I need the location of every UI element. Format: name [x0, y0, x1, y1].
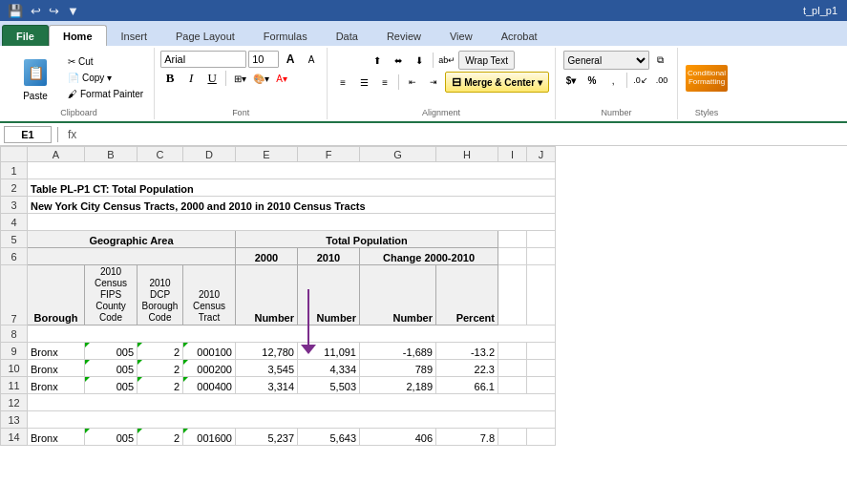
col-header-c[interactable]: C: [138, 147, 183, 162]
cell-j6[interactable]: [527, 248, 556, 265]
cell-b10[interactable]: 005: [85, 360, 138, 377]
cell-j5[interactable]: [527, 231, 556, 248]
tab-home[interactable]: Home: [49, 25, 107, 46]
align-center-button[interactable]: ☰: [354, 74, 373, 91]
cell-f14[interactable]: 5,643: [298, 429, 360, 446]
cell-a13[interactable]: [28, 411, 556, 429]
cell-a9[interactable]: Bronx: [28, 343, 85, 360]
italic-button[interactable]: I: [181, 70, 201, 87]
cell-c11[interactable]: 2: [138, 377, 183, 394]
align-left-button[interactable]: ≡: [333, 74, 352, 91]
cell-j9[interactable]: [527, 343, 556, 360]
cell-reference-input[interactable]: [4, 126, 52, 143]
border-button[interactable]: ⊞▾: [230, 70, 249, 87]
cell-b7[interactable]: 2010CensusFIPSCountyCode: [85, 265, 138, 326]
format-painter-button[interactable]: 🖌Format Painter: [63, 87, 148, 101]
cell-h9[interactable]: -13.2: [436, 343, 498, 360]
cell-a2[interactable]: Table PL-P1 CT: Total Population: [28, 179, 556, 197]
bold-button[interactable]: B: [160, 70, 180, 87]
tab-data[interactable]: Data: [322, 25, 372, 46]
cell-d11[interactable]: 000400: [183, 377, 236, 394]
col-header-e[interactable]: E: [236, 147, 298, 162]
cell-j11[interactable]: [527, 377, 556, 394]
cell-h11[interactable]: 66.1: [436, 377, 498, 394]
cell-a3[interactable]: New York City Census Tracts, 2000 and 20…: [28, 197, 556, 214]
cell-h14[interactable]: 7.8: [436, 429, 498, 446]
cell-i11[interactable]: [498, 377, 527, 394]
cell-geo-area[interactable]: Geographic Area: [28, 231, 236, 248]
cell-c14[interactable]: 2: [138, 429, 183, 446]
cell-total-pop[interactable]: Total Population: [236, 231, 498, 248]
merge-center-button[interactable]: ⊟ Merge & Center ▾: [445, 72, 549, 93]
cell-d14[interactable]: 001600: [183, 429, 236, 446]
increase-decimal-button[interactable]: .00: [652, 72, 671, 89]
tab-file[interactable]: File: [2, 25, 49, 46]
font-name-input[interactable]: [160, 51, 246, 68]
font-size-increase-button[interactable]: A: [281, 51, 300, 68]
cell-g11[interactable]: 2,189: [360, 377, 436, 394]
text-direction-button[interactable]: ab↵: [437, 52, 456, 69]
tab-review[interactable]: Review: [372, 25, 435, 46]
cell-c10[interactable]: 2: [138, 360, 183, 377]
cell-h7[interactable]: Percent: [436, 265, 498, 326]
percent-button[interactable]: %: [582, 72, 602, 89]
cell-e9[interactable]: 12,780: [236, 343, 298, 360]
col-header-i[interactable]: I: [498, 147, 527, 162]
underline-button[interactable]: U: [202, 70, 222, 87]
increase-indent-button[interactable]: ⇥: [424, 74, 443, 91]
conditional-formatting-button[interactable]: ConditionalFormatting: [686, 65, 728, 92]
align-top-button[interactable]: ⬆: [368, 52, 387, 69]
decrease-decimal-button[interactable]: .0↙: [631, 72, 650, 89]
formula-input[interactable]: [84, 126, 843, 143]
copy-button[interactable]: 📄Copy ▾: [63, 71, 148, 85]
cell-d10[interactable]: 000200: [183, 360, 236, 377]
undo-qat-button[interactable]: ↩: [29, 4, 43, 18]
cell-a14[interactable]: Bronx: [28, 429, 85, 446]
col-header-h[interactable]: H: [436, 147, 498, 162]
cell-d7[interactable]: 2010CensusTract: [183, 265, 236, 326]
col-header-f[interactable]: F: [298, 147, 360, 162]
col-header-a[interactable]: A: [28, 147, 85, 162]
wrap-text-button[interactable]: Wrap Text: [458, 51, 515, 70]
cell-j10[interactable]: [527, 360, 556, 377]
cell-c7[interactable]: 2010DCPBoroughCode: [138, 265, 183, 326]
cell-i9[interactable]: [498, 343, 527, 360]
tab-formulas[interactable]: Formulas: [249, 25, 322, 46]
align-right-button[interactable]: ≡: [375, 74, 394, 91]
align-bottom-button[interactable]: ⬇: [410, 52, 429, 69]
cell-a10[interactable]: Bronx: [28, 360, 85, 377]
cell-b14[interactable]: 005: [85, 429, 138, 446]
col-header-j[interactable]: J: [527, 147, 556, 162]
cell-a1[interactable]: [28, 162, 556, 179]
cell-e10[interactable]: 3,545: [236, 360, 298, 377]
col-header-b[interactable]: B: [85, 147, 138, 162]
cell-a12[interactable]: [28, 394, 556, 411]
cell-h10[interactable]: 22.3: [436, 360, 498, 377]
cell-d9[interactable]: 000100: [183, 343, 236, 360]
cell-f6[interactable]: 2010: [298, 248, 360, 265]
dropdown-qat-button[interactable]: ▼: [65, 4, 81, 18]
col-header-g[interactable]: G: [360, 147, 436, 162]
cell-f10[interactable]: 4,334: [298, 360, 360, 377]
decrease-indent-button[interactable]: ⇤: [403, 74, 422, 91]
cell-b9[interactable]: 005: [85, 343, 138, 360]
cell-j14[interactable]: [527, 429, 556, 446]
currency-button[interactable]: $▾: [561, 72, 581, 89]
cell-i10[interactable]: [498, 360, 527, 377]
cell-e14[interactable]: 5,237: [236, 429, 298, 446]
cell-a8[interactable]: [28, 326, 556, 343]
tab-acrobat[interactable]: Acrobat: [487, 25, 552, 46]
cell-e7[interactable]: Number: [236, 265, 298, 326]
col-header-d[interactable]: D: [183, 147, 236, 162]
cell-g9[interactable]: -1,689: [360, 343, 436, 360]
font-color-button[interactable]: A▾: [272, 70, 291, 87]
cell-i5[interactable]: [498, 231, 527, 248]
spreadsheet-wrapper[interactable]: A B C D E F G H I J 1: [0, 146, 847, 446]
fill-color-button[interactable]: 🎨▾: [251, 70, 270, 87]
cell-i14[interactable]: [498, 429, 527, 446]
cell-a4[interactable]: [28, 214, 556, 231]
cell-a7[interactable]: Borough: [28, 265, 85, 326]
cell-g10[interactable]: 789: [360, 360, 436, 377]
cell-e6[interactable]: 2000: [236, 248, 298, 265]
redo-qat-button[interactable]: ↪: [47, 4, 61, 18]
